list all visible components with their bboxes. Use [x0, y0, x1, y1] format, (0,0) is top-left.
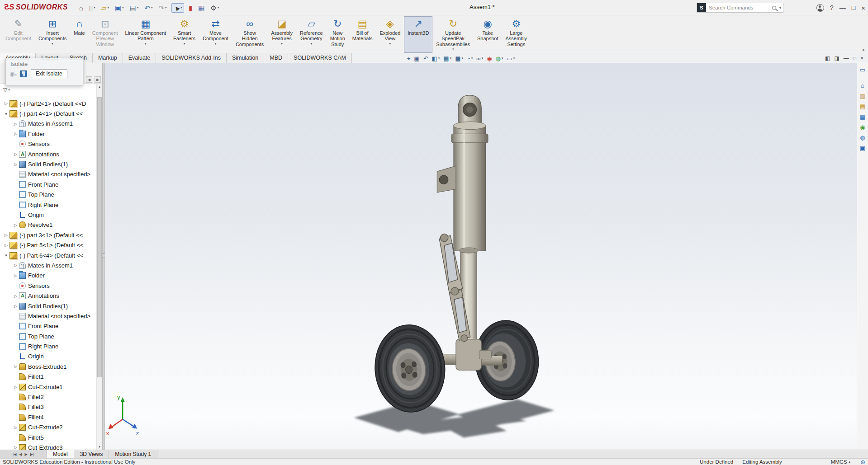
- solidworks-resources-icon[interactable]: ⌂: [861, 83, 864, 89]
- dropdown-caret-icon[interactable]: ▾: [502, 56, 503, 60]
- command-tab[interactable]: Evaluate: [123, 53, 157, 63]
- headsup-button[interactable]: ◧ ▾: [432, 56, 440, 61]
- tree-row[interactable]: ▷ Mates in Assem1: [0, 260, 96, 270]
- ribbon-button[interactable]: ◉ Take Snapshot ▾: [474, 16, 502, 53]
- tree-row[interactable]: Origin: [0, 210, 96, 220]
- appearances-scenes-icon[interactable]: ◉: [860, 124, 865, 130]
- tree-row[interactable]: ▷ (-) Part2<1> (Default <<D: [0, 99, 96, 108]
- command-tab[interactable]: Simulation: [227, 53, 264, 63]
- headsup-button[interactable]: ▤ ▾: [443, 56, 451, 61]
- command-tab[interactable]: Markup: [93, 53, 123, 63]
- search-input[interactable]: Search Commands: [706, 5, 772, 10]
- dropdown-caret-icon[interactable]: ▾: [184, 42, 185, 46]
- feature-pane-expand-icon[interactable]: ◨: [834, 55, 839, 61]
- ribbon-button[interactable]: ⚙ Smart Fasteners ▾: [170, 16, 199, 53]
- tree-row[interactable]: Right Plane: [0, 341, 96, 351]
- save-isolate-icon[interactable]: [20, 70, 27, 77]
- scroll-up-icon[interactable]: ▴: [97, 84, 102, 89]
- tab-scroll-right-icon[interactable]: ▶: [95, 76, 101, 83]
- tree-row[interactable]: Top Plane: [0, 331, 96, 341]
- expand-arrow-icon[interactable]: ▷: [3, 101, 9, 106]
- tree-row[interactable]: ▾ (-) Part 6<4> (Default <<: [0, 250, 96, 260]
- tree-row[interactable]: Fillet1: [0, 372, 96, 382]
- landing-gear-model[interactable]: y x z: [105, 63, 857, 450]
- scroll-down-icon[interactable]: ▾: [97, 444, 102, 450]
- tree-row[interactable]: Material <not specified>: [0, 311, 96, 321]
- tree-row[interactable]: Top Plane: [0, 190, 96, 200]
- dropdown-caret-icon[interactable]: ▾: [52, 42, 53, 46]
- dropdown-caret-icon[interactable]: ▾: [215, 42, 217, 46]
- tree-row[interactable]: Sensors: [0, 139, 96, 149]
- qat-button[interactable]: ⚙ ▾: [209, 4, 220, 12]
- expand-arrow-icon[interactable]: ▷: [12, 263, 19, 268]
- headsup-button[interactable]: ▣ ▾: [414, 56, 419, 61]
- first-tab-icon[interactable]: |◀: [13, 452, 16, 456]
- expand-arrow-icon[interactable]: ▾: [3, 253, 9, 258]
- tree-row[interactable]: ▷ (-) part 3<1> (Default <<: [0, 230, 96, 240]
- ribbon-button[interactable]: ↗ Instant3D ▾: [404, 16, 432, 53]
- ribbon-button[interactable]: ◈ Exploded View ▾: [376, 16, 404, 53]
- tree-scrollbar[interactable]: ▴ ▾: [96, 84, 102, 450]
- search-icon[interactable]: [772, 6, 776, 10]
- solidworks-forum-icon[interactable]: ▣: [860, 145, 865, 151]
- expand-arrow-icon[interactable]: ▷: [12, 122, 19, 126]
- expand-arrow-icon[interactable]: ▾: [3, 112, 9, 116]
- qat-button[interactable]: ▯ ▾: [88, 4, 97, 12]
- maximize-button[interactable]: □: [852, 4, 855, 11]
- window-minimize-icon[interactable]: —: [844, 55, 849, 61]
- dropdown-caret-icon[interactable]: ▾: [107, 6, 109, 9]
- expand-arrow-icon[interactable]: ▷: [12, 132, 19, 136]
- tree-row[interactable]: Fillet2: [0, 392, 96, 402]
- expand-arrow-icon[interactable]: ▷: [12, 162, 19, 167]
- sheet-tab[interactable]: 3D Views: [74, 450, 109, 458]
- expand-arrow-icon[interactable]: ▷: [12, 385, 19, 389]
- ribbon-button[interactable]: ⇄ Move Component ▾: [199, 16, 232, 53]
- tree-row[interactable]: ▷ Cut-Extrude2: [0, 423, 96, 432]
- tree-row[interactable]: ▷ (-) Part 5<1> (Default <<: [0, 240, 96, 250]
- qat-button[interactable]: ↷ ▾: [157, 4, 168, 12]
- ribbon-button[interactable]: ⊞ Insert Components ▾: [35, 16, 70, 53]
- dropdown-caret-icon[interactable]: ▾: [122, 6, 124, 9]
- previous-tab-icon[interactable]: ◀: [19, 452, 22, 456]
- qat-button[interactable]: ▤ ▾: [128, 4, 140, 12]
- tree-row[interactable]: Front Plane: [0, 179, 96, 189]
- search-dropdown-caret-icon[interactable]: ▾: [779, 6, 781, 10]
- ribbon-button[interactable]: ⊡ Component Preview Window ▾: [89, 16, 122, 53]
- custom-properties-icon[interactable]: ◍: [860, 135, 865, 141]
- command-tab[interactable]: MBD: [264, 53, 288, 63]
- graphics-area[interactable]: y x z: [105, 63, 857, 450]
- help-icon[interactable]: ?: [830, 4, 834, 11]
- sheet-tab[interactable]: Motion Study 1: [109, 450, 157, 458]
- exit-isolate-button[interactable]: Exit Isolate: [31, 69, 67, 78]
- dropdown-caret-icon[interactable]: ▾: [482, 56, 484, 60]
- expand-arrow-icon[interactable]: ▷: [3, 233, 9, 237]
- filter-caret-icon[interactable]: ▾: [8, 88, 10, 92]
- tree-row[interactable]: ▷ Annotations: [0, 149, 96, 159]
- tree-row[interactable]: Origin: [0, 352, 96, 362]
- headsup-button[interactable]: ▭ ▾: [507, 56, 515, 61]
- expand-arrow-icon[interactable]: ▷: [12, 445, 19, 450]
- file-explorer-icon[interactable]: ▤: [860, 103, 865, 109]
- tree-row[interactable]: ▷ Annotations: [0, 291, 96, 301]
- tree-row[interactable]: ▷ Revolve1: [0, 220, 96, 230]
- headsup-button[interactable]: ↶ ▾: [423, 56, 428, 61]
- dropdown-caret-icon[interactable]: ▾: [281, 42, 283, 46]
- tree-row[interactable]: Front Plane: [0, 321, 96, 331]
- dropdown-caret-icon[interactable]: ▾: [151, 6, 153, 9]
- tab-scroll-left-icon[interactable]: ◀: [86, 76, 92, 83]
- tree-row[interactable]: ▷ Mates in Assem1: [0, 119, 96, 129]
- dropdown-caret-icon[interactable]: ▾: [471, 56, 473, 60]
- qat-button[interactable]: ↶ ▾: [143, 4, 154, 12]
- user-account-icon[interactable]: [816, 4, 824, 12]
- ribbon-button[interactable]: ⚙ Large Assembly Settings ▾: [502, 16, 531, 53]
- scrollbar-thumb[interactable]: [97, 97, 102, 377]
- window-close-icon[interactable]: ×: [860, 55, 863, 61]
- filter-icon[interactable]: ▽: [3, 87, 7, 93]
- tree-row[interactable]: ▷ Cut-Extrude3: [0, 442, 96, 450]
- left-wheel[interactable]: [372, 323, 448, 414]
- ribbon-button[interactable]: ▤ Bill of Materials ▾: [349, 16, 376, 53]
- expand-arrow-icon[interactable]: ▷: [12, 304, 19, 308]
- connectivity-globe-icon[interactable]: ⊕: [860, 459, 865, 465]
- expand-arrow-icon[interactable]: ▷: [12, 364, 19, 369]
- unit-system[interactable]: MMGS▴: [831, 459, 850, 465]
